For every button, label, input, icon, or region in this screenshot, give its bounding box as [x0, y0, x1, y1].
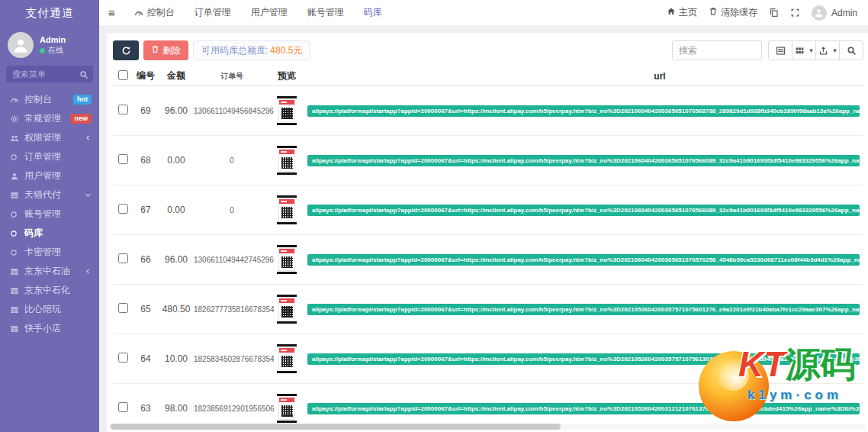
row-checkbox[interactable]	[118, 105, 128, 114]
home-label: 主页	[679, 6, 697, 19]
column-header-preview[interactable]: 预览	[270, 69, 304, 82]
sidebar-item-card-keys[interactable]: 卡密管理	[0, 243, 99, 262]
tab-code-library[interactable]: 码库	[354, 0, 392, 25]
table-row: 680.000alipays://platformapi/startapp?ap…	[113, 136, 863, 185]
home-icon	[667, 7, 676, 18]
row-amount: 98.00	[159, 403, 194, 414]
sidebar-item-permissions[interactable]: 权限管理	[0, 128, 99, 147]
nav-tabs: 控制台订单管理用户管理账号管理码库	[124, 0, 392, 25]
tab-users[interactable]: 用户管理	[241, 0, 297, 25]
scrollbar-thumb[interactable]	[111, 424, 561, 430]
dashboard-icon	[134, 8, 143, 18]
chevron-down-icon	[85, 192, 92, 198]
copy-icon[interactable]	[769, 8, 779, 18]
table-icon	[10, 324, 24, 334]
hamburger-icon[interactable]: ≡	[108, 6, 115, 19]
row-url[interactable]: alipays://platformapi/startapp?appId=200…	[307, 353, 860, 365]
sidebar-item-tmall-pay[interactable]: 天猫代付	[0, 185, 99, 205]
row-checkbox[interactable]	[118, 253, 128, 263]
row-checkbox[interactable]	[118, 204, 128, 214]
qr-preview[interactable]	[277, 95, 297, 126]
qr-code-icon	[281, 405, 293, 417]
delete-button[interactable]: 删除	[143, 40, 188, 60]
column-header-amount[interactable]: 金额	[159, 69, 194, 82]
columns-button[interactable]: ▾	[792, 40, 816, 60]
qr-screenshot-header	[279, 249, 294, 253]
row-url[interactable]: alipays://platformapi/startapp?appId=200…	[307, 304, 860, 315]
tab-label: 码库	[364, 6, 382, 19]
sidebar-item-label: 天猫代付	[24, 189, 61, 201]
caret-down-icon: ▾	[833, 47, 837, 54]
row-url[interactable]: alipays://platformapi/startapp?appId=200…	[307, 155, 860, 166]
tab-accounts[interactable]: 账号管理	[297, 0, 354, 25]
row-order: 1306611049442745296	[194, 256, 270, 264]
search-button[interactable]	[839, 40, 863, 60]
quota-value: 480.5元	[270, 44, 302, 57]
column-header-url[interactable]: url	[304, 71, 863, 82]
row-url[interactable]: alipays://platformapi/startapp?appId=200…	[307, 105, 860, 117]
tab-console[interactable]: 控制台	[124, 0, 185, 25]
avatar	[812, 5, 827, 21]
qr-preview[interactable]	[277, 393, 297, 424]
column-header-id[interactable]: 编号	[133, 69, 159, 82]
sidebar-item-accounts[interactable]: 账号管理	[0, 205, 99, 224]
row-url[interactable]: alipays://platformapi/startapp?appId=200…	[307, 403, 860, 414]
dashboard-icon	[10, 95, 24, 105]
tab-orders[interactable]: 订单管理	[185, 0, 241, 25]
app-title: 支付通道	[0, 0, 99, 26]
refresh-button[interactable]	[113, 40, 139, 60]
toggle-view-button[interactable]	[768, 40, 792, 60]
circle-icon	[10, 153, 24, 161]
table-row: 6696.001306611049442745296alipays://plat…	[113, 235, 863, 285]
sidebar-item-general[interactable]: 常规管理new	[0, 109, 99, 128]
table-icon	[10, 191, 24, 200]
row-url[interactable]: alipays://platformapi/startapp?appId=200…	[307, 254, 860, 266]
sidebar-item-code-library[interactable]: 码库	[0, 224, 99, 243]
qr-preview[interactable]	[277, 294, 297, 324]
user-menu[interactable]: Admin	[812, 5, 857, 21]
table-icon	[10, 305, 24, 314]
row-amount: 96.00	[159, 105, 194, 116]
row-checkbox[interactable]	[118, 353, 128, 363]
home-link[interactable]: 主页	[667, 6, 697, 19]
column-header-order[interactable]: 订单号	[194, 71, 270, 82]
user-status-label: 在线	[48, 45, 63, 56]
row-amount: 0.00	[159, 155, 194, 166]
sidebar-item-jd-oil[interactable]: 京东中石油	[0, 262, 99, 281]
qr-code-icon	[281, 157, 293, 169]
search-icon[interactable]	[79, 69, 88, 82]
user-panel: Admin 在线	[0, 26, 99, 63]
sidebar-item-orders[interactable]: 订单管理	[0, 147, 99, 166]
sidebar-item-jd-chem[interactable]: 京东中石化	[0, 281, 99, 300]
row-checkbox[interactable]	[118, 154, 128, 164]
table-icon	[10, 286, 24, 295]
row-id: 66	[133, 254, 159, 265]
export-button[interactable]: ▾	[815, 40, 840, 60]
qr-preview[interactable]	[277, 343, 297, 374]
sidebar-item-kuaishou[interactable]: 快手小店	[0, 319, 99, 338]
navbar-right: 主页 清除缓存 Admin	[667, 5, 857, 21]
row-id: 68	[133, 155, 159, 166]
qr-code-icon	[281, 306, 293, 318]
qr-preview[interactable]	[277, 195, 297, 225]
row-id: 65	[133, 304, 159, 314]
fullscreen-icon[interactable]	[790, 8, 800, 18]
row-checkbox[interactable]	[118, 303, 128, 313]
table-search-input[interactable]	[672, 40, 762, 60]
sidebar-item-users[interactable]: 用户管理	[0, 166, 99, 185]
table-icon	[10, 267, 24, 276]
qr-preview[interactable]	[277, 145, 297, 176]
select-all-checkbox[interactable]	[118, 70, 128, 80]
sidebar-item-bixin[interactable]: 比心陪玩	[0, 300, 99, 319]
delete-label: 删除	[162, 44, 181, 57]
sidebar-badge: hot	[73, 95, 92, 105]
clear-cache-link[interactable]: 清除缓存	[709, 6, 757, 19]
row-id: 67	[133, 205, 159, 215]
sidebar-item-console[interactable]: 控制台hot	[0, 90, 99, 109]
avatar	[8, 32, 34, 58]
qr-preview[interactable]	[277, 244, 297, 275]
row-id: 64	[133, 353, 159, 364]
table-row: 65480.501826277735816678354alipays://pla…	[113, 285, 863, 334]
row-checkbox[interactable]	[118, 402, 128, 412]
row-url[interactable]: alipays://platformapi/startapp?appId=200…	[307, 205, 860, 216]
